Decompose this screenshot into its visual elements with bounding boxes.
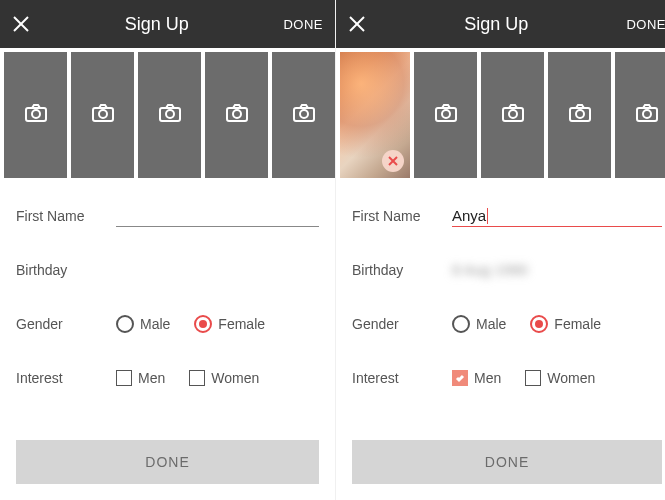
gender-female-option[interactable]: Female <box>194 315 265 333</box>
photo-slot[interactable] <box>481 52 544 178</box>
photo-slot[interactable] <box>205 52 268 178</box>
photo-slot[interactable] <box>615 52 665 178</box>
checkbox-icon <box>116 370 132 386</box>
first-name-label: First Name <box>16 208 116 224</box>
page-title: Sign Up <box>464 14 528 35</box>
checkbox-label: Men <box>138 370 165 386</box>
interest-men-option[interactable]: Men <box>452 370 501 386</box>
app-header: Sign Up DONE <box>0 0 335 48</box>
photo-upload-row <box>0 48 335 178</box>
interest-label: Interest <box>352 370 452 386</box>
camera-icon <box>568 103 592 127</box>
photo-upload-row <box>336 48 665 178</box>
first-name-input[interactable] <box>116 205 319 227</box>
interest-women-option[interactable]: Women <box>189 370 259 386</box>
camera-icon <box>434 103 458 127</box>
svg-point-17 <box>442 110 450 118</box>
app-header: Sign Up DONE <box>336 0 665 48</box>
camera-icon <box>225 103 249 127</box>
svg-point-21 <box>576 110 584 118</box>
text-cursor <box>487 208 488 224</box>
birthday-label: Birthday <box>352 262 452 278</box>
radio-icon <box>452 315 470 333</box>
gender-female-option[interactable]: Female <box>530 315 601 333</box>
svg-point-9 <box>233 110 241 118</box>
checkbox-label: Women <box>211 370 259 386</box>
page-title: Sign Up <box>125 14 189 35</box>
birthday-value-obscured: 8 Aug 1990 <box>452 261 528 278</box>
first-name-input[interactable]: Anya <box>452 205 662 227</box>
svg-point-7 <box>166 110 174 118</box>
gender-label: Gender <box>16 316 116 332</box>
camera-icon <box>635 103 659 127</box>
birthday-input[interactable]: 8 Aug 1990 <box>452 261 662 279</box>
interest-women-option[interactable]: Women <box>525 370 595 386</box>
camera-icon <box>24 103 48 127</box>
camera-icon <box>501 103 525 127</box>
close-icon[interactable] <box>348 15 366 33</box>
signup-form: First Name Anya Birthday 8 Aug 1990 Gend… <box>336 178 665 440</box>
interest-men-option[interactable]: Men <box>116 370 165 386</box>
signup-screen-filled: Sign Up DONE First Name Anya Birthday 8 … <box>336 0 665 500</box>
radio-icon <box>116 315 134 333</box>
header-done-button[interactable]: DONE <box>283 17 323 32</box>
signup-screen-empty: Sign Up DONE First Name Birthday Gender … <box>0 0 336 500</box>
camera-icon <box>158 103 182 127</box>
gender-label: Gender <box>352 316 452 332</box>
radio-icon <box>194 315 212 333</box>
remove-photo-icon[interactable] <box>382 150 404 172</box>
photo-slot-uploaded[interactable] <box>340 52 410 178</box>
photo-slot[interactable] <box>4 52 67 178</box>
camera-icon <box>91 103 115 127</box>
radio-icon <box>530 315 548 333</box>
photo-slot[interactable] <box>272 52 335 178</box>
checkbox-icon <box>189 370 205 386</box>
radio-label: Male <box>140 316 170 332</box>
interest-label: Interest <box>16 370 116 386</box>
header-done-button[interactable]: DONE <box>626 17 665 32</box>
radio-label: Female <box>554 316 601 332</box>
photo-slot[interactable] <box>138 52 201 178</box>
camera-icon <box>292 103 316 127</box>
close-icon[interactable] <box>12 15 30 33</box>
svg-point-11 <box>300 110 308 118</box>
svg-point-3 <box>32 110 40 118</box>
photo-slot[interactable] <box>414 52 477 178</box>
checkbox-label: Men <box>474 370 501 386</box>
checkbox-label: Women <box>547 370 595 386</box>
gender-male-option[interactable]: Male <box>452 315 506 333</box>
done-button[interactable]: DONE <box>16 440 319 484</box>
first-name-value: Anya <box>452 207 486 224</box>
svg-point-23 <box>643 110 651 118</box>
photo-slot[interactable] <box>71 52 134 178</box>
svg-point-19 <box>509 110 517 118</box>
photo-slot[interactable] <box>548 52 611 178</box>
checkbox-icon <box>452 370 468 386</box>
signup-form: First Name Birthday Gender Male Female I… <box>0 178 335 440</box>
birthday-label: Birthday <box>16 262 116 278</box>
done-button[interactable]: DONE <box>352 440 662 484</box>
radio-label: Male <box>476 316 506 332</box>
svg-point-5 <box>99 110 107 118</box>
radio-label: Female <box>218 316 265 332</box>
first-name-label: First Name <box>352 208 452 224</box>
gender-male-option[interactable]: Male <box>116 315 170 333</box>
checkbox-icon <box>525 370 541 386</box>
